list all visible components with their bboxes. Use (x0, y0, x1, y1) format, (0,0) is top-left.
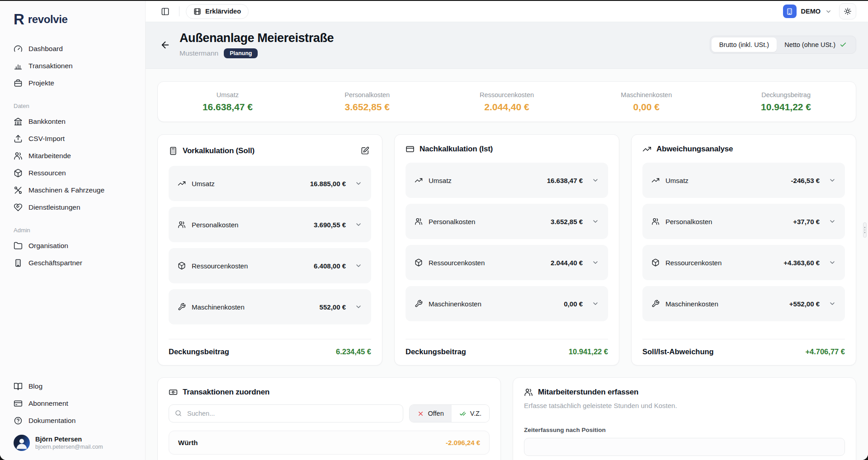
sidebar-item-bankkonten[interactable]: Bankkonten (9, 113, 136, 130)
stat-label: Deckungsbeitrag (716, 91, 856, 99)
sidebar-item-transaktionen[interactable]: Transaktionen (9, 57, 136, 75)
row-umsatz[interactable]: Umsatz -246,53 € (642, 163, 845, 198)
footer-label: Deckungsbeitrag (406, 347, 466, 356)
row-umsatz[interactable]: Umsatz 16.885,00 € (169, 166, 371, 201)
row-ressourcenkosten[interactable]: Ressourcenkosten 2.044,40 € (406, 245, 608, 280)
sidebar-item-organisation[interactable]: Organisation (9, 237, 136, 254)
chevron-down-icon[interactable] (355, 180, 362, 187)
row-maschinenkosten[interactable]: Maschinenkosten 0,00 € (406, 286, 608, 321)
sidebar-item-label: CSV-Import (28, 135, 65, 143)
film-icon (193, 8, 201, 15)
org-name: DEMO (801, 8, 821, 15)
chevron-down-icon[interactable] (829, 177, 836, 184)
card-nachkalkulation: Nachkalkulation (Ist) Umsatz 16.638,47 €… (394, 134, 619, 366)
credit-card-icon (14, 399, 23, 408)
sidebar-item-abonnement[interactable]: Abonnement (9, 395, 136, 412)
row-personalkosten[interactable]: Personalkosten 3.652,85 € (406, 204, 608, 239)
chevron-down-icon[interactable] (592, 259, 599, 266)
footer-label: Deckungsbeitrag (169, 347, 229, 356)
row-ressourcenkosten[interactable]: Ressourcenkosten 6.408,00 € (169, 248, 371, 283)
users-icon (178, 221, 186, 229)
title-block: Außenanlage Meiereistraße Mustermann Pla… (179, 31, 334, 58)
chevron-down-icon[interactable] (355, 262, 362, 269)
sidebar-item-geschaeftspartner[interactable]: Geschäftspartner (9, 254, 136, 272)
stat-label: Maschinenkosten (576, 91, 716, 99)
sidebar-item-dienstleistungen[interactable]: Dienstleistungen (9, 199, 136, 216)
org-switcher[interactable]: DEMO (783, 5, 832, 18)
sidebar-item-blog[interactable]: Blog (9, 378, 136, 395)
sidebar-item-dashboard[interactable]: Dashboard (9, 40, 136, 57)
sidebar-item-maschinen[interactable]: Maschinen & Fahrzeuge (9, 182, 136, 199)
chevron-down-icon[interactable] (355, 221, 362, 228)
topbar-right: DEMO (783, 3, 857, 19)
row-personalkosten[interactable]: Personalkosten 3.690,55 € (169, 207, 371, 242)
check-icon (840, 41, 847, 48)
tax-brutto-segment[interactable]: Brutto (inkl. USt.) (712, 38, 777, 52)
user-name: Björn Petersen (35, 436, 103, 443)
sidebar-item-label: Dokumentation (28, 417, 75, 425)
row-value: +4.363,60 € (783, 259, 820, 267)
sidebar-item-projekte[interactable]: Projekte (9, 75, 136, 92)
stat-deckungsbeitrag: Deckungsbeitrag 10.941,22 € (716, 91, 856, 113)
row-value: +37,70 € (793, 218, 820, 225)
stat-value: 0,00 € (576, 102, 716, 113)
sidebar-item-csv-import[interactable]: CSV-Import (9, 130, 136, 147)
chevron-down-icon[interactable] (829, 300, 836, 307)
user-menu[interactable]: Björn Petersen bjoern.petersen@mail.com (9, 429, 136, 452)
row-label: Umsatz (192, 180, 215, 188)
row-value: 2.044,40 € (551, 259, 583, 267)
bar-chart-icon (14, 61, 23, 70)
sidebar-toggle-button[interactable] (157, 4, 173, 19)
filter-vz-segment[interactable]: V.Z. (452, 405, 489, 422)
row-value: -246,53 € (791, 177, 820, 184)
banknote-icon (169, 388, 178, 397)
tax-brutto-label: Brutto (inkl. USt.) (719, 41, 769, 48)
chevron-down-icon[interactable] (592, 177, 599, 184)
chevron-down-icon[interactable] (355, 303, 362, 310)
card-title: Transaktionen zuordnen (183, 388, 269, 397)
tax-netto-segment[interactable]: Netto (ohne USt.) (777, 38, 854, 52)
users-icon (524, 388, 533, 397)
wrench-icon (651, 300, 660, 308)
footer-label: Soll/Ist-Abweichung (642, 347, 714, 356)
chevron-down-icon[interactable] (829, 218, 836, 225)
users-icon (415, 217, 423, 225)
sidebar-item-ressourcen[interactable]: Ressourcen (9, 164, 136, 182)
row-ressourcenkosten[interactable]: Ressourcenkosten +4.363,60 € (642, 245, 845, 280)
row-umsatz[interactable]: Umsatz 16.638,47 € (406, 163, 608, 198)
sidebar-item-label: Maschinen & Fahrzeuge (28, 186, 104, 194)
edit-vorkalkulation-button[interactable] (359, 145, 371, 157)
chevron-down-icon[interactable] (829, 259, 836, 266)
stat-label: Umsatz (158, 91, 297, 99)
logo[interactable]: R revolvie (9, 11, 136, 28)
row-personalkosten[interactable]: Personalkosten +37,70 € (642, 204, 845, 239)
transaction-row[interactable]: Würth -2.096,24 € (169, 431, 490, 455)
theme-toggle-button[interactable] (839, 3, 856, 19)
sidebar-item-dokumentation[interactable]: Dokumentation (9, 412, 136, 429)
package-icon (178, 262, 186, 270)
chevron-down-icon[interactable] (592, 218, 599, 225)
card-abweichungsanalyse: Abweichungsanalyse Umsatz -246,53 € Pers… (631, 134, 856, 366)
card-subtitle: Erfasse tatsächlich geleistete Stunden u… (524, 402, 845, 409)
explain-video-button[interactable]: Erklärvideo (186, 4, 249, 19)
row-maschinenkosten[interactable]: Maschinenkosten 552,00 € (169, 289, 371, 324)
topbar-divider (179, 6, 179, 16)
row-maschinenkosten[interactable]: Maschinenkosten +552,00 € (642, 286, 845, 321)
card-vorkalkulation: Vorkalkulation (Soll) Umsatz 16.885,00 € (157, 134, 382, 366)
footer-value: +4.706,77 € (805, 347, 845, 356)
filter-offen-segment[interactable]: Offen (410, 405, 452, 422)
card-title: Nachkalkulation (Ist) (420, 145, 493, 154)
back-button[interactable] (157, 37, 173, 53)
row-value: 0,00 € (564, 300, 583, 308)
sidebar-item-mitarbeitende[interactable]: Mitarbeitende (9, 147, 136, 164)
chevron-down-icon[interactable] (592, 300, 599, 307)
position-select[interactable] (524, 438, 845, 456)
search-input[interactable] (169, 404, 403, 422)
user-email: bjoern.petersen@mail.com (35, 444, 103, 450)
package-icon (415, 258, 423, 267)
row-label: Ressourcenkosten (429, 259, 485, 267)
panel-resize-handle[interactable] (863, 222, 867, 238)
users-icon (651, 217, 660, 225)
check-check-icon (459, 410, 466, 417)
trending-up-icon (178, 179, 186, 188)
